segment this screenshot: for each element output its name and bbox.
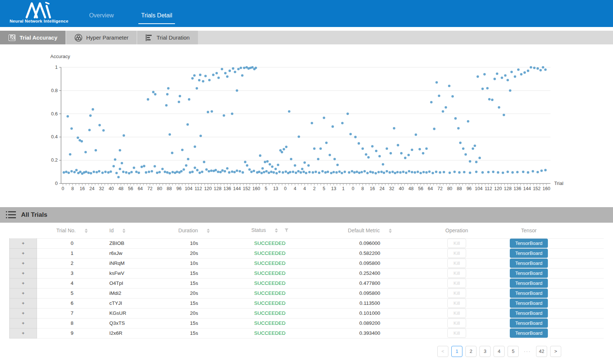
kill-button[interactable]: Kill xyxy=(447,328,466,338)
pagination: <12345···42> xyxy=(0,346,561,357)
cell-default-metric: 0.252400 xyxy=(318,268,422,278)
expand-row-button[interactable]: + xyxy=(10,298,37,308)
cell-duration: 20s xyxy=(166,248,222,258)
pagination-page-5[interactable]: 5 xyxy=(508,346,519,357)
cell-id: KGsUR xyxy=(107,308,166,318)
cell-duration: 20s xyxy=(166,308,222,318)
tensorboard-button[interactable]: TensorBoard xyxy=(510,259,548,268)
sort-icon[interactable] xyxy=(85,229,88,233)
tensorboard-button[interactable]: TensorBoard xyxy=(510,279,548,288)
sort-icon[interactable] xyxy=(275,228,278,233)
tensorboard-button[interactable]: TensorBoard xyxy=(510,249,548,258)
svg-text:64: 64 xyxy=(428,186,433,191)
expand-row-button[interactable]: + xyxy=(10,278,37,288)
cell-trial-no: 4 xyxy=(37,278,107,288)
pagination-prev-button[interactable]: < xyxy=(437,346,448,357)
pagination-next-button[interactable]: > xyxy=(550,346,561,357)
nni-logo[interactable]: Neural Network Intelligence xyxy=(10,0,68,27)
cell-trial-no: 5 xyxy=(37,288,107,298)
cell-default-metric: 0.095800 xyxy=(318,258,422,268)
kill-button[interactable]: Kill xyxy=(447,309,466,318)
expand-row-button[interactable]: + xyxy=(10,268,37,278)
table-row: + 5 iMdi2 20s SUCCEEDED 0.095800 Kill Te… xyxy=(10,288,604,298)
cell-id: iMdi2 xyxy=(107,288,166,298)
cell-trial-no: 9 xyxy=(37,328,107,338)
table-row: + 4 O4TpI 15s SUCCEEDED 0.477800 Kill Te… xyxy=(10,278,604,288)
tensorboard-button[interactable]: TensorBoard xyxy=(510,289,548,298)
kill-button[interactable]: Kill xyxy=(447,299,466,308)
sort-icon[interactable] xyxy=(389,229,392,233)
kill-button[interactable]: Kill xyxy=(447,318,466,328)
cell-status: SUCCEEDED xyxy=(222,238,318,248)
cell-operation: Kill xyxy=(422,238,492,248)
svg-text:0: 0 xyxy=(55,181,58,186)
cell-duration: 10s xyxy=(166,258,222,268)
svg-text:88: 88 xyxy=(457,186,462,191)
pagination-page-2[interactable]: 2 xyxy=(465,346,476,357)
expand-row-button[interactable]: + xyxy=(10,238,37,248)
header-status-label: Status xyxy=(251,227,266,233)
svg-text:4: 4 xyxy=(294,186,296,191)
tensorboard-button[interactable]: TensorBoard xyxy=(510,239,548,248)
svg-text:112: 112 xyxy=(485,186,492,191)
tab-hyper-parameter[interactable]: Hyper Parameter xyxy=(66,31,137,44)
tensorboard-button[interactable]: TensorBoard xyxy=(510,299,548,308)
cell-tensor: TensorBoard xyxy=(492,278,566,288)
svg-text:0.2: 0.2 xyxy=(51,157,58,163)
kill-button[interactable]: Kill xyxy=(447,259,466,268)
kill-button[interactable]: Kill xyxy=(447,249,466,258)
kill-button[interactable]: Kill xyxy=(447,279,466,288)
cell-id: I2x6R xyxy=(107,328,166,338)
pagination-page-4[interactable]: 4 xyxy=(494,346,505,357)
svg-text:0.6: 0.6 xyxy=(51,111,58,117)
kill-button[interactable]: Kill xyxy=(447,239,466,248)
header-default-metric-label: Default Metric xyxy=(348,228,380,233)
svg-text:48: 48 xyxy=(118,186,124,191)
svg-text:152: 152 xyxy=(243,186,250,191)
tab-overview[interactable]: Overview xyxy=(86,12,117,27)
tab-trial-accuracy-label: Trial Accuracy xyxy=(20,34,57,41)
expand-row-button[interactable]: + xyxy=(10,288,37,298)
svg-text:0: 0 xyxy=(352,186,354,191)
tab-trial-accuracy[interactable]: Trial Accuracy xyxy=(0,31,65,44)
pagination-page-1[interactable]: 1 xyxy=(451,346,462,357)
tensorboard-button[interactable]: TensorBoard xyxy=(510,269,548,278)
cell-tensor: TensorBoard xyxy=(492,268,566,278)
svg-text:120: 120 xyxy=(204,186,212,191)
hyper-parameter-icon xyxy=(74,34,82,42)
kill-button[interactable]: Kill xyxy=(447,269,466,278)
tab-trial-duration[interactable]: Trial Duration xyxy=(137,31,198,44)
expand-row-button[interactable]: + xyxy=(10,318,37,328)
svg-text:128: 128 xyxy=(214,186,222,191)
svg-text:96: 96 xyxy=(176,186,182,191)
pagination-page-3[interactable]: 3 xyxy=(479,346,491,357)
header-duration-label: Duration xyxy=(178,228,198,233)
sort-icon[interactable] xyxy=(207,229,210,233)
tensorboard-button[interactable]: TensorBoard xyxy=(510,318,548,328)
svg-text:64: 64 xyxy=(138,186,143,191)
sort-icon[interactable] xyxy=(122,229,125,233)
nni-logo-mark-icon xyxy=(25,1,53,18)
table-row: + 8 Q3xTS 15s SUCCEEDED 0.089200 Kill Te… xyxy=(10,318,604,328)
filter-icon[interactable] xyxy=(284,228,289,233)
cell-operation: Kill xyxy=(422,258,492,268)
svg-text:56: 56 xyxy=(128,186,133,191)
tab-trials-detail[interactable]: Trials Detail xyxy=(138,12,175,24)
svg-text:80: 80 xyxy=(447,186,452,191)
cell-trial-no: 1 xyxy=(37,248,107,258)
tensorboard-button[interactable]: TensorBoard xyxy=(510,309,548,318)
tensorboard-button[interactable]: TensorBoard xyxy=(510,328,548,338)
cell-tensor: TensorBoard xyxy=(492,308,566,318)
expand-row-button[interactable]: + xyxy=(10,248,37,258)
svg-text:4: 4 xyxy=(303,186,306,191)
pagination-page-42[interactable]: 42 xyxy=(536,346,547,357)
svg-text:144: 144 xyxy=(523,186,531,191)
cell-id: O4TpI xyxy=(107,278,166,288)
header-id-label: Id xyxy=(110,228,114,233)
expand-row-button[interactable]: + xyxy=(10,308,37,318)
cell-status: SUCCEEDED xyxy=(222,248,318,258)
expand-row-button[interactable]: + xyxy=(10,258,37,268)
kill-button[interactable]: Kill xyxy=(447,289,466,298)
svg-text:160: 160 xyxy=(543,186,550,191)
expand-row-button[interactable]: + xyxy=(10,328,37,338)
